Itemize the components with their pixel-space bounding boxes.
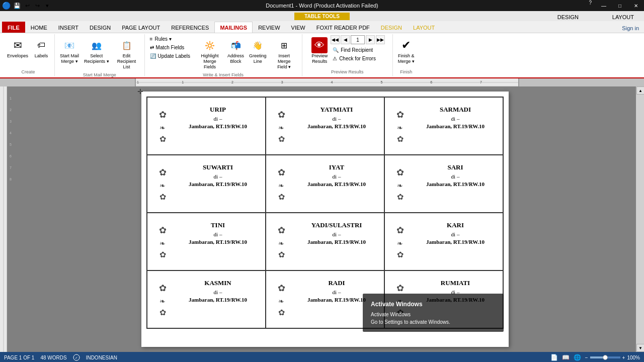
view-web-btn[interactable]: 🌐 bbox=[574, 354, 581, 361]
zoom-slider[interactable] bbox=[590, 356, 620, 358]
svg-text:✿: ✿ bbox=[278, 193, 285, 201]
label-di-0: di – bbox=[214, 116, 222, 122]
select-recipients-button[interactable]: 👥 SelectRecipients ▾ bbox=[82, 35, 111, 66]
svg-text:✿: ✿ bbox=[159, 135, 166, 143]
scroll-track[interactable] bbox=[636, 95, 644, 344]
document-page: ✛ ✿ ❧ ✿ URIP di – Jambaran, RT.19/RW. bbox=[141, 92, 509, 347]
tab-table-design[interactable]: DESIGN bbox=[375, 22, 408, 33]
language-indicator[interactable]: ✓ bbox=[73, 354, 80, 361]
tab-page-layout[interactable]: PAGE LAYOUT bbox=[116, 22, 166, 33]
scroll-down-button[interactable]: ▼ bbox=[636, 344, 644, 352]
label-address-5: Jambaran, RT.19/RW.10 bbox=[426, 181, 485, 187]
status-bar-right: 📄 📖 🌐 − + 100% bbox=[550, 354, 640, 361]
svg-text:❧: ❧ bbox=[397, 124, 403, 132]
label-di-8: di – bbox=[451, 231, 460, 237]
label-name-5: SARI bbox=[447, 163, 463, 171]
redo-btn[interactable]: ↪ bbox=[33, 1, 42, 10]
label-cell-5: ✿ ❧ ✿ SARI di – Jambaran, RT.19/RW.10 bbox=[384, 155, 503, 213]
save-btn[interactable]: 💾 bbox=[13, 1, 22, 10]
tab-layout[interactable]: LAYOUT bbox=[408, 22, 440, 33]
minimize-button[interactable]: — bbox=[596, 0, 612, 11]
tab-file[interactable]: FILE bbox=[2, 22, 25, 33]
sign-in-link[interactable]: Sign in bbox=[617, 24, 644, 33]
address-block-button[interactable]: 📬 AddressBlock bbox=[225, 35, 246, 66]
language-label: INDONESIAN bbox=[86, 355, 117, 360]
label-name-9: KASMIN bbox=[204, 279, 231, 287]
zoom-out-btn[interactable]: − bbox=[585, 355, 588, 360]
label-text-1: YATMIATI di – Jambaran, RT.19/RW.10 bbox=[294, 102, 379, 129]
label-di-9: di – bbox=[214, 289, 222, 295]
highlight-merge-fields-label: HighlightMerge Fields bbox=[197, 53, 222, 69]
preview-results-group-label: Preview Results bbox=[331, 68, 364, 75]
edit-recipient-list-button[interactable]: 📋 EditRecipient List bbox=[112, 35, 141, 71]
insert-merge-field-button[interactable]: ⊞ Insert MergeField ▾ bbox=[270, 35, 299, 71]
decoration-1: ✿ ❧ ✿ bbox=[271, 103, 291, 150]
tab-view[interactable]: VIEW bbox=[286, 22, 311, 33]
svg-text:✿: ✿ bbox=[159, 283, 167, 293]
decoration-8: ✿ ❧ ✿ bbox=[390, 218, 410, 266]
tab-insert[interactable]: INSERT bbox=[53, 22, 84, 33]
label-di-10: di – bbox=[333, 289, 341, 295]
labels-button[interactable]: 🏷 Labels bbox=[31, 35, 51, 61]
preview-results-content: 👁 PreviewResults ◀◀ ◀ ▶ ▶▶ 🔍 Find Recipi… bbox=[309, 35, 385, 68]
update-labels-button[interactable]: 🔄 Update Labels bbox=[148, 52, 193, 60]
view-reading-btn[interactable]: 📖 bbox=[562, 354, 570, 361]
preview-results-button[interactable]: 👁 PreviewResults bbox=[309, 35, 330, 66]
svg-text:❧: ❧ bbox=[159, 298, 166, 305]
svg-text:✿: ✿ bbox=[278, 308, 285, 317]
view-print-btn[interactable]: 📄 bbox=[550, 354, 558, 361]
label-cell-0: ✿ ❧ ✿ URIP di – Jambaran, RT.19/RW.10 bbox=[147, 97, 266, 155]
start-mail-merge-group: 📧 Start MailMerge ▾ 👥 SelectRecipients ▾… bbox=[55, 34, 145, 76]
maximize-button[interactable]: □ bbox=[612, 0, 628, 11]
highlight-merge-fields-icon: 🔆 bbox=[202, 37, 218, 53]
svg-text:❧: ❧ bbox=[159, 182, 166, 190]
tab-foxit[interactable]: FOXIT READER PDF bbox=[311, 22, 375, 33]
finish-merge-icon: ✔ bbox=[398, 37, 414, 53]
label-name-6: TINI bbox=[211, 221, 225, 229]
tab-mailings[interactable]: MAILINGS bbox=[214, 22, 253, 33]
check-for-errors-label: Check for Errors bbox=[339, 56, 376, 61]
label-address-9: Jambaran, RT.19/RW.10 bbox=[189, 297, 247, 303]
tab-design[interactable]: DESIGN bbox=[84, 22, 116, 33]
label-address-3: Jambaran, RT.19/RW.10 bbox=[189, 181, 247, 187]
tab-references[interactable]: REFERENCES bbox=[166, 22, 214, 33]
label-name-3: SUWARTI bbox=[203, 163, 233, 171]
word-count: 48 WORDS bbox=[40, 355, 66, 360]
decoration-4: ✿ ❧ ✿ bbox=[271, 160, 291, 208]
labels-label: Labels bbox=[35, 53, 48, 59]
match-fields-label: Match Fields bbox=[156, 45, 185, 50]
decoration-0: ✿ ❧ ✿ bbox=[152, 103, 173, 150]
table-design-tab[interactable]: DESIGN bbox=[552, 11, 584, 21]
zoom-in-btn[interactable]: + bbox=[622, 355, 625, 360]
label-address-1: Jambaran, RT.19/RW.10 bbox=[307, 123, 366, 129]
next-record-button[interactable]: ▶ bbox=[366, 35, 375, 44]
scroll-up-button[interactable]: ▲ bbox=[636, 86, 644, 95]
greeting-line-button[interactable]: 👋 GreetingLine bbox=[247, 35, 269, 66]
help-icon[interactable]: ? bbox=[585, 0, 596, 11]
check-for-errors-button[interactable]: ⚠ Check for Errors bbox=[331, 55, 385, 62]
undo-btn[interactable]: ↩ bbox=[23, 1, 32, 10]
find-recipient-button[interactable]: 🔍 Find Recipient bbox=[331, 46, 385, 54]
finish-merge-button[interactable]: ✔ Finish &Merge ▾ bbox=[396, 35, 417, 66]
close-button[interactable]: ✕ bbox=[628, 0, 644, 11]
customize-btn[interactable]: ▾ bbox=[43, 1, 52, 10]
preview-results-group: 👁 PreviewResults ◀◀ ◀ ▶ ▶▶ 🔍 Find Recipi… bbox=[302, 34, 393, 76]
label-text-4: IYAT di – Jambaran, RT.19/RW.10 bbox=[294, 159, 379, 187]
page-handle[interactable]: ✛ bbox=[137, 87, 143, 96]
match-fields-icon: ⇄ bbox=[150, 45, 154, 50]
finish-group-content: ✔ Finish &Merge ▾ bbox=[396, 35, 417, 68]
tab-review[interactable]: REVIEW bbox=[253, 22, 285, 33]
vertical-scrollbar[interactable]: ▲ ▼ bbox=[636, 86, 644, 352]
record-number-input[interactable] bbox=[351, 35, 365, 44]
tab-home[interactable]: HOME bbox=[25, 22, 53, 33]
label-name-7: YADI/SULASTRI bbox=[311, 221, 362, 229]
first-record-button[interactable]: ◀◀ bbox=[331, 35, 340, 44]
envelopes-button[interactable]: ✉ Envelopes bbox=[5, 35, 30, 61]
table-layout-tab[interactable]: LAYOUT bbox=[607, 11, 639, 21]
last-record-button[interactable]: ▶▶ bbox=[376, 35, 385, 44]
highlight-merge-fields-button[interactable]: 🔆 HighlightMerge Fields bbox=[195, 35, 224, 71]
prev-record-button[interactable]: ◀ bbox=[341, 35, 350, 44]
match-fields-button[interactable]: ⇄ Match Fields bbox=[148, 44, 193, 51]
rules-button[interactable]: ≡ Rules ▾ bbox=[148, 35, 193, 43]
start-mail-merge-button[interactable]: 📧 Start MailMerge ▾ bbox=[58, 35, 81, 66]
